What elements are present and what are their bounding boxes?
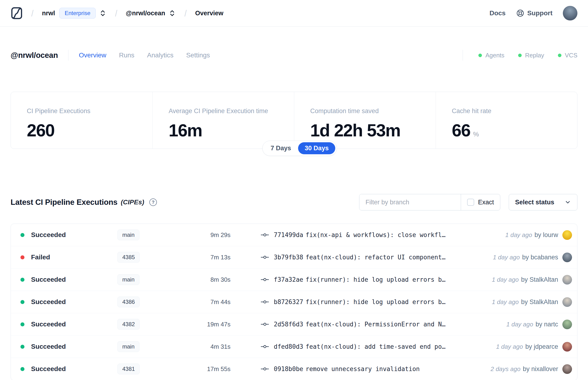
- cipe-duration: 17m 55s: [186, 365, 230, 373]
- cipe-time-ago: 1 day ago: [505, 231, 532, 239]
- git-commit-icon: [261, 299, 269, 304]
- author-avatar[interactable]: [562, 230, 572, 240]
- stat-value: 66%: [452, 120, 568, 140]
- tab[interactable]: Overview: [79, 52, 106, 59]
- status-legend-item[interactable]: Replay: [518, 52, 544, 59]
- stat-value-suffix: %: [473, 131, 479, 138]
- status-legend-item[interactable]: Agents: [478, 52, 505, 59]
- cipe-row[interactable]: Failed 4385 7m 13s 3b79fb38feat(nx-cloud…: [11, 246, 577, 268]
- status-dot-icon: [20, 367, 24, 371]
- author-avatar[interactable]: [562, 297, 572, 307]
- cipe-author: by jdpearce: [525, 343, 558, 350]
- commit-hash: 3b79fb38: [274, 254, 303, 261]
- stat-value: 1d 22h 53m: [310, 120, 426, 140]
- cipe-status-cell: Succeeded: [11, 321, 117, 328]
- cipe-duration: 4m 31s: [186, 343, 230, 350]
- cipe-commit-cell: dfed80d3feat(nx-cloud): add time-saved e…: [230, 343, 489, 350]
- cipe-duration: 7m 13s: [186, 254, 230, 261]
- date-range-option[interactable]: 30 Days: [298, 142, 335, 154]
- status-dot-icon: [20, 278, 24, 282]
- commit-text[interactable]: 771499dafix(nx-api & workflows): close w…: [274, 231, 445, 238]
- cipe-time-ago: 2 days ago: [491, 365, 520, 373]
- docs-link[interactable]: Docs: [490, 9, 505, 17]
- cipe-author-cell: 1 day ago by StalkAltan: [485, 297, 577, 307]
- user-avatar[interactable]: [563, 6, 577, 20]
- commit-text[interactable]: f37a32aefix(runner): hide log upload err…: [274, 276, 445, 283]
- stat-value-number: 66: [452, 121, 470, 140]
- breadcrumb-separator: /: [31, 8, 33, 19]
- status-legend: Agents Replay VCS: [478, 52, 577, 59]
- breadcrumb-workspace[interactable]: @nrwl/ocean: [126, 10, 165, 17]
- status-select-dropdown[interactable]: Select status: [509, 194, 577, 210]
- commit-hash: 0918b0be: [274, 365, 303, 373]
- git-commit-icon: [261, 366, 269, 372]
- cipe-row[interactable]: Succeeded 4386 7m 44s b8726327fix(runner…: [11, 291, 577, 313]
- nx-cloud-logo-icon[interactable]: [11, 7, 23, 20]
- tab[interactable]: Runs: [119, 52, 134, 59]
- status-dot-icon: [20, 323, 24, 326]
- cipe-row[interactable]: Succeeded main 9m 29s 771499dafix(nx-api…: [11, 224, 577, 246]
- author-avatar[interactable]: [562, 364, 572, 374]
- author-avatar[interactable]: [562, 320, 572, 329]
- cipe-duration: 7m 44s: [186, 298, 230, 306]
- commit-text[interactable]: dfed80d3feat(nx-cloud): add time-saved e…: [274, 343, 445, 350]
- author-avatar[interactable]: [562, 252, 572, 262]
- cipe-time-ago: 1 day ago: [493, 254, 520, 261]
- date-range-option[interactable]: 7 Days: [264, 142, 298, 154]
- git-commit-icon: [261, 255, 269, 260]
- help-icon[interactable]: ?: [149, 198, 157, 206]
- org-plan-badge: Enterprise: [59, 8, 96, 19]
- cipe-status-label: Succeeded: [31, 321, 66, 328]
- commit-text[interactable]: 2d58f6d3feat(nx-cloud): PermissionError …: [274, 321, 445, 328]
- cipe-commit-cell: 0918b0beremove unnecessary invalidation: [230, 365, 484, 373]
- cipe-status-cell: Succeeded: [11, 365, 117, 373]
- cipe-author-cell: 1 day ago by jdpearce: [489, 342, 577, 352]
- commit-hash: b8726327: [274, 298, 303, 305]
- author-avatar[interactable]: [562, 342, 572, 352]
- branch-badge[interactable]: 4382: [117, 319, 140, 330]
- stat-label: Average CI Pipeline Execution time: [169, 108, 285, 115]
- breadcrumb-separator: /: [184, 8, 187, 19]
- author-avatar[interactable]: [562, 275, 572, 285]
- commit-hash: f37a32ae: [274, 276, 303, 283]
- branch-badge[interactable]: 4381: [117, 363, 140, 374]
- cipe-author-cell: 1 day ago by bcabanes: [486, 252, 577, 262]
- date-range-toggle: 7 Days30 Days: [262, 141, 337, 156]
- tab[interactable]: Analytics: [147, 52, 173, 59]
- commit-text[interactable]: 0918b0beremove unnecessary invalidation: [274, 365, 420, 373]
- cipe-row[interactable]: Succeeded 4382 19m 47s 2d58f6d3feat(nx-c…: [11, 313, 577, 336]
- cipe-status-label: Succeeded: [31, 343, 66, 350]
- branch-badge[interactable]: main: [117, 274, 139, 285]
- exact-match-toggle[interactable]: Exact: [461, 194, 500, 210]
- commit-text[interactable]: b8726327fix(runner): hide log upload err…: [274, 298, 445, 305]
- cipe-row[interactable]: Succeeded 4381 17m 55s 0918b0beremove un…: [11, 358, 577, 380]
- git-commit-icon: [261, 344, 269, 349]
- git-commit-icon: [261, 277, 269, 282]
- cipe-author: by StalkAltan: [521, 298, 558, 306]
- cipe-row[interactable]: Succeeded main 8m 30s f37a32aefix(runner…: [11, 268, 577, 291]
- chevron-down-icon: [565, 199, 571, 206]
- branch-badge[interactable]: main: [117, 229, 139, 240]
- branch-badge[interactable]: 4386: [117, 297, 140, 307]
- stat-value-number: 260: [27, 121, 54, 140]
- breadcrumb-org[interactable]: nrwl: [42, 10, 55, 17]
- workspace-switcher-chevrons-up-down-icon[interactable]: [168, 9, 176, 17]
- tab[interactable]: Settings: [186, 52, 210, 59]
- workspace-header: @nrwl/ocean OverviewRunsAnalyticsSetting…: [11, 50, 577, 61]
- cipe-branch-cell: 4382: [117, 319, 186, 330]
- branch-badge[interactable]: 4385: [117, 252, 140, 263]
- cipe-row[interactable]: Succeeded main 4m 31s dfed80d3feat(nx-cl…: [11, 336, 577, 358]
- commit-text[interactable]: 3b79fb38feat(nx-cloud): refactor UI comp…: [274, 254, 445, 261]
- commit-message: fix(nx-api & workflows): close workfl…: [305, 231, 445, 238]
- cipe-filters: Exact Select status: [359, 194, 577, 210]
- cipe-branch-cell: main: [117, 341, 186, 352]
- branch-badge[interactable]: main: [117, 341, 139, 352]
- org-switcher-chevrons-up-down-icon[interactable]: [99, 9, 107, 17]
- support-link[interactable]: Support: [516, 9, 552, 18]
- status-legend-item[interactable]: VCS: [558, 52, 577, 59]
- exact-checkbox[interactable]: [467, 199, 474, 206]
- commit-message: fix(runner): hide log upload errors b…: [305, 298, 445, 305]
- cipe-branch-cell: 4386: [117, 297, 186, 307]
- branch-filter-input[interactable]: [359, 194, 461, 210]
- cipe-status-label: Succeeded: [31, 298, 66, 306]
